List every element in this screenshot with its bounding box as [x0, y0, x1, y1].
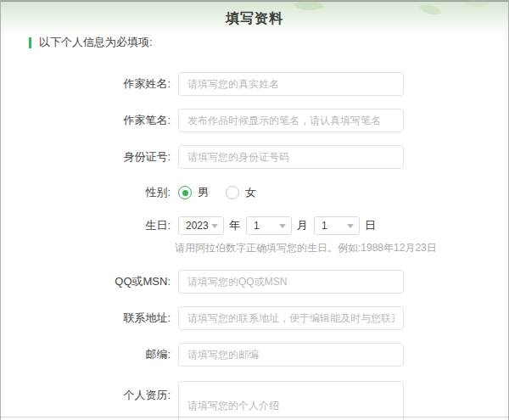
birthday-hint: 请用阿拉伯数字正确填写您的生日。例如:1988年12月23日: [175, 242, 508, 254]
birth-day-select[interactable]: 1: [314, 216, 360, 235]
birth-year-select[interactable]: 2023: [178, 216, 224, 235]
profile-form: 作家姓名: 作家笔名: 身份证号: 性别: 男 女 生日:: [1, 72, 508, 420]
address-input[interactable]: [178, 306, 404, 330]
form-row-resume: 个人资历:: [1, 381, 508, 420]
id-number-input[interactable]: [178, 145, 404, 169]
gender-female-label: 女: [245, 185, 256, 200]
chevron-down-icon: [211, 224, 218, 228]
year-unit-label: 年: [229, 218, 240, 233]
writer-name-input[interactable]: [178, 72, 404, 96]
form-row-qq-msn: QQ或MSN:: [1, 270, 508, 294]
qq-msn-label: QQ或MSN:: [1, 274, 178, 289]
gender-male-label: 男: [198, 185, 209, 200]
id-number-label: 身份证号:: [1, 149, 178, 165]
pen-name-input[interactable]: [178, 109, 404, 132]
radio-unselected-icon: [226, 186, 239, 199]
required-note-text: 以下个人信息为必填项:: [39, 35, 153, 50]
gender-label: 性别:: [1, 185, 178, 200]
green-accent-bar: [29, 37, 31, 48]
day-unit-label: 日: [365, 218, 376, 233]
required-note: 以下个人信息为必填项:: [29, 36, 508, 48]
month-unit-label: 月: [297, 218, 308, 233]
birth-month-select[interactable]: 1: [246, 216, 292, 235]
form-row-writer-name: 作家姓名:: [1, 72, 508, 96]
form-row-id-number: 身份证号:: [1, 145, 508, 169]
form-row-birthday: 生日: 2023 年 1 月 1 日: [1, 216, 508, 235]
birth-year-value: 2023: [186, 220, 209, 232]
pen-name-label: 作家笔名:: [1, 113, 178, 128]
radio-dot: [182, 190, 188, 196]
resume-textarea[interactable]: [178, 381, 404, 420]
address-label: 联系地址:: [1, 311, 178, 326]
birth-month-value: 1: [254, 220, 260, 232]
chevron-down-icon: [347, 224, 354, 228]
gender-option-male[interactable]: 男: [178, 185, 209, 200]
radio-selected-icon: [178, 186, 192, 199]
qq-msn-input[interactable]: [178, 270, 404, 294]
postal-code-input[interactable]: [178, 343, 404, 367]
form-row-gender: 性别: 男 女: [1, 185, 508, 200]
gender-option-female[interactable]: 女: [226, 185, 256, 200]
birthday-label: 生日:: [1, 218, 178, 233]
form-row-address: 联系地址:: [1, 306, 508, 330]
resume-label: 个人资历:: [1, 381, 178, 403]
birth-day-value: 1: [322, 220, 327, 232]
form-row-pen-name: 作家笔名:: [1, 109, 508, 132]
page-header: 填写资料: [1, 1, 508, 35]
writer-name-label: 作家姓名:: [1, 76, 178, 92]
form-row-postal-code: 邮编:: [1, 343, 508, 367]
postal-code-label: 邮编:: [1, 347, 178, 362]
chevron-down-icon: [279, 224, 286, 228]
registration-form-page: 填写资料 以下个人信息为必填项: 作家姓名: 作家笔名: 身份证号: 性别: 男: [0, 0, 509, 420]
